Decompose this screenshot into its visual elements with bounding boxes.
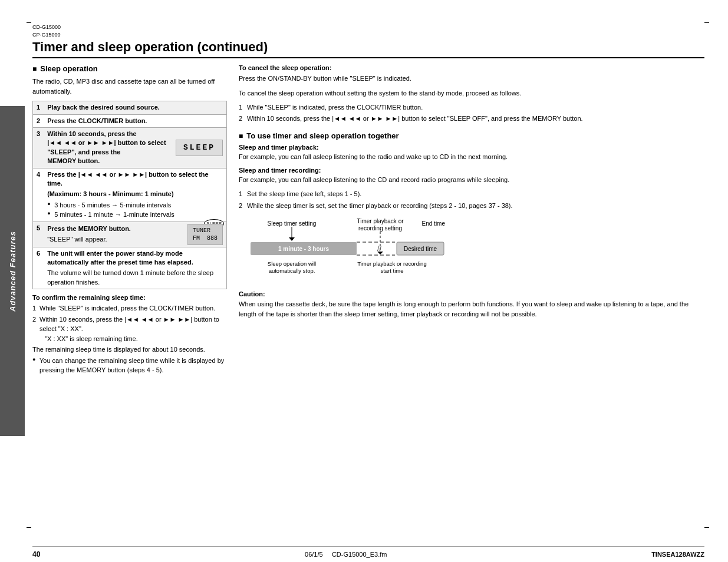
side-tab-label: Advanced Features xyxy=(8,231,17,312)
list-item: While the sleep timer is set, set the ti… xyxy=(239,201,704,211)
model-2: CP-G15000 xyxy=(32,32,61,38)
side-tab: Advanced Features xyxy=(0,106,25,436)
end-time-label: End time xyxy=(422,220,446,227)
step-content: Play back the desired sound source. xyxy=(44,101,226,114)
margin-mark-bottom-right xyxy=(704,527,709,528)
step6-sub: The volume will be turned down 1 minute … xyxy=(47,269,223,287)
table-row: 2 Press the CLOCK/TIMER button. xyxy=(33,114,227,127)
sleep-recording-heading: Sleep and timer recording: xyxy=(239,167,704,174)
step5-sub: "SLEEP" will appear. xyxy=(47,235,131,244)
table-row: 6 The unit will enter the power stand-by… xyxy=(33,247,227,289)
sleep-stop-label1: Sleep operation will xyxy=(268,260,316,267)
slash-marks: // xyxy=(377,244,382,253)
timer-playback-label2: recording setting xyxy=(358,225,402,232)
steps-table: 1 Play back the desired sound source. 2 … xyxy=(32,101,227,289)
step6-main: The unit will enter the power stand-by m… xyxy=(47,249,223,267)
footer-code: TINSEA128AWZZ xyxy=(651,551,704,558)
step-content: Within 10 seconds, press the |◄◄ ◄◄ or ►… xyxy=(44,127,226,168)
confirm-heading: To confirm the remaining sleep time: xyxy=(32,294,227,301)
step5-inner: Press the MEMORY button. "SLEEP" will ap… xyxy=(47,224,223,245)
step-content: Press the MEMORY button. "SLEEP" will ap… xyxy=(44,222,226,247)
step5-text: Press the MEMORY button. "SLEEP" will ap… xyxy=(47,224,131,244)
together-heading: To use timer and sleep operation togethe… xyxy=(239,131,704,140)
step5-main: Press the MEMORY button. xyxy=(47,224,131,233)
step-number: 5 xyxy=(33,222,44,247)
sleep-stop-label2: automatically stop. xyxy=(269,267,315,274)
bullet-item: 5 minutes - 1 minute → 1-minute interval… xyxy=(47,210,223,220)
cancel-line1: Press the ON/STAND-BY button while "SLEE… xyxy=(239,74,704,84)
footer-filename: CD-G15000_E3.fm xyxy=(332,551,387,558)
footer-date: 06/1/5 xyxy=(305,551,323,558)
step3-inner: Within 10 seconds, press the |◄◄ ◄◄ or ►… xyxy=(47,130,223,166)
table-row: 3 Within 10 seconds, press the |◄◄ ◄◄ or… xyxy=(33,127,227,168)
list-item: Within 10 seconds, press the |◄◄ ◄◄ or ►… xyxy=(32,315,227,344)
step-content: The unit will enter the power stand-by m… xyxy=(44,247,226,289)
cancel-heading: To cancel the sleep operation: xyxy=(239,64,704,71)
table-row: 5 Press the MEMORY button. "SLEEP" will … xyxy=(33,222,227,247)
left-column: Sleep operation The radio, CD, MP3 disc … xyxy=(32,64,227,375)
page-title: Timer and sleep operation (continued) xyxy=(32,39,704,58)
together-steps-list: Set the sleep time (see left, steps 1 - … xyxy=(239,189,704,210)
caution-section: Caution: When using the cassette deck, b… xyxy=(239,290,704,319)
sleep-playback-heading: Sleep and timer playback: xyxy=(239,144,704,151)
main-content: CD-G15000 CP-G15000 Timer and sleep oper… xyxy=(32,24,704,527)
sleep-section-heading: Sleep operation xyxy=(32,64,227,73)
step-number: 2 xyxy=(33,114,44,127)
list-item: While "SLEEP" is indicated, press the CL… xyxy=(32,303,227,313)
list-item: Within 10 seconds, press the |◄◄ ◄◄ or ►… xyxy=(239,114,704,124)
page-number: 40 xyxy=(32,550,40,558)
tuner-display: TUNERFM 888 xyxy=(187,224,223,245)
list-item: Set the sleep time (see left, steps 1 - … xyxy=(239,189,704,199)
step4-main: Press the |◄◄ ◄◄ or ►► ►►| button to sel… xyxy=(47,170,223,189)
tuner-display-wrapper: SLEEP TUNERFM 888 xyxy=(183,224,223,245)
model-numbers: CD-G15000 CP-G15000 xyxy=(32,24,704,38)
list-item: While "SLEEP" is indicated, press the CL… xyxy=(239,103,704,113)
footer: 40 06/1/5 CD-G15000_E3.fm TINSEA128AWZZ xyxy=(32,546,704,562)
together-section: To use timer and sleep operation togethe… xyxy=(239,131,704,319)
two-column-layout: Sleep operation The radio, CD, MP3 disc … xyxy=(32,64,704,375)
diagram-svg: Sleep timer setting Timer playback or re… xyxy=(239,217,457,282)
margin-mark-bottom-left xyxy=(27,527,31,528)
table-row: 1 Play back the desired sound source. xyxy=(33,101,227,114)
step-content: Press the |◄◄ ◄◄ or ►► ►►| button to sel… xyxy=(44,168,226,222)
page: Advanced Features CD-G15000 CP-G15000 Ti… xyxy=(0,0,728,562)
right-column: To cancel the sleep operation: Press the… xyxy=(239,64,704,375)
list-item: The remaining sleep time is displayed fo… xyxy=(32,345,227,355)
bullet-item: 3 hours - 5 minutes → 5-minute intervals xyxy=(47,200,223,210)
cancel-line2: To cancel the sleep operation without se… xyxy=(239,88,704,98)
step-number: 6 xyxy=(33,247,44,289)
sleep-timer-label: Sleep timer setting xyxy=(268,220,317,227)
sleep-intro: The radio, CD, MP3 disc and cassette tap… xyxy=(32,77,227,96)
table-row: 4 Press the |◄◄ ◄◄ or ►► ►►| button to s… xyxy=(33,168,227,222)
footer-file: 06/1/5 CD-G15000_E3.fm xyxy=(305,551,387,558)
sleep-recording-text: For example, you can fall asleep listeni… xyxy=(239,175,704,185)
step-number: 4 xyxy=(33,168,44,222)
caution-heading: Caution: xyxy=(239,290,704,297)
cancel-steps-list: While "SLEEP" is indicated, press the CL… xyxy=(239,103,704,123)
model-1: CD-G15000 xyxy=(32,24,61,30)
timer-start-label2: start time xyxy=(380,267,403,274)
margin-mark-top-right xyxy=(704,22,709,23)
list-item: You can change the remaining sleep time … xyxy=(32,356,227,375)
step-content: Press the CLOCK/TIMER button. xyxy=(44,114,226,127)
caution-text: When using the cassette deck, be sure th… xyxy=(239,299,704,319)
step4-sub: (Maximum: 3 hours - Minimum: 1 minute) xyxy=(47,190,223,199)
sleep-display: SLEEP xyxy=(176,140,223,156)
sleep-playback-text: For example, you can fall asleep listeni… xyxy=(239,152,704,162)
confirm-list: While "SLEEP" is indicated, press the CL… xyxy=(32,303,227,375)
margin-mark-top-left xyxy=(27,22,31,23)
step3-text: Within 10 seconds, press the |◄◄ ◄◄ or ►… xyxy=(47,130,166,166)
bar-label: 1 minute - 3 hours xyxy=(278,246,330,252)
diagram-area: Sleep timer setting Timer playback or re… xyxy=(239,217,704,283)
arrowhead-sleep xyxy=(289,237,295,241)
step-number: 3 xyxy=(33,127,44,168)
tuner-inner: TUNERFM 888 xyxy=(193,227,218,242)
desired-time-label: Desired time xyxy=(404,246,437,252)
timer-start-label1: Timer playback or recording xyxy=(357,260,426,267)
cancel-section: To cancel the sleep operation: Press the… xyxy=(239,64,704,123)
timer-playback-label: Timer playback or xyxy=(357,218,404,224)
step-number: 1 xyxy=(33,101,44,114)
confirm-section: To confirm the remaining sleep time: Whi… xyxy=(32,294,227,375)
